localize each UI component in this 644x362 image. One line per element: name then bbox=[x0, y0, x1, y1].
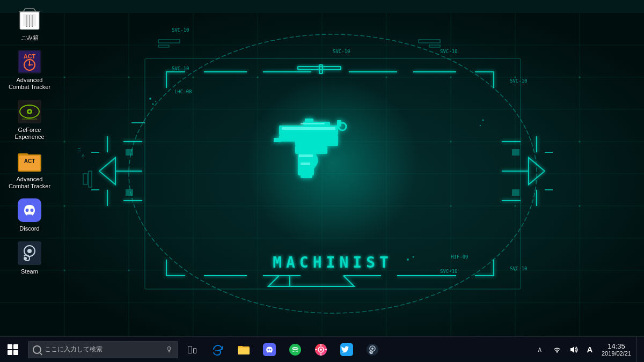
system-tray: ∧ A bbox=[532, 337, 644, 363]
svg-point-23 bbox=[386, 77, 387, 78]
taskbar-steam[interactable] bbox=[360, 337, 385, 363]
folder-icon bbox=[237, 343, 250, 356]
clock-date: 2019/02/21 bbox=[602, 350, 631, 357]
discord-taskbar-icon bbox=[263, 343, 276, 356]
svg-point-35 bbox=[579, 205, 581, 207]
taskbar-edge[interactable] bbox=[205, 337, 231, 363]
svg-point-126 bbox=[28, 64, 31, 66]
svg-point-21 bbox=[193, 77, 194, 78]
search-placeholder-text: ここに入力して検索 bbox=[45, 345, 166, 354]
taskbar: ここに入力して検索 🎙 bbox=[0, 336, 644, 362]
svg-rect-95 bbox=[282, 127, 335, 130]
svg-rect-89 bbox=[274, 138, 281, 142]
ime-indicator[interactable]: A bbox=[583, 337, 596, 363]
svg-point-101 bbox=[152, 104, 154, 105]
svg-rect-85 bbox=[295, 135, 338, 146]
svg-point-32 bbox=[64, 205, 65, 207]
svg-rect-69 bbox=[513, 150, 519, 155]
task-view-icon bbox=[188, 346, 196, 353]
svg-marker-114 bbox=[23, 9, 36, 12]
svg-text:LHC-08: LHC-08 bbox=[174, 89, 192, 94]
clock-display[interactable]: 14:35 2019/02/21 bbox=[597, 337, 635, 363]
svg-text:ACT: ACT bbox=[24, 158, 35, 164]
desktop-icons-area: ごみ箱 ACT Advanced Combat Tracker bbox=[0, 0, 59, 333]
taskbar-twitter[interactable] bbox=[334, 337, 360, 363]
taskbar-file-explorer[interactable] bbox=[231, 337, 257, 363]
svg-text:SVC-10: SVC-10 bbox=[333, 49, 350, 54]
geforce-experience-icon[interactable]: GeForce Experience bbox=[5, 97, 54, 143]
advanced-combat-tracker-1-icon[interactable]: ACT Advanced Combat Tracker bbox=[5, 47, 54, 93]
svg-point-20 bbox=[128, 77, 130, 78]
svg-rect-86 bbox=[295, 146, 327, 154]
svg-point-36 bbox=[64, 270, 65, 271]
steam-taskbar-icon bbox=[366, 343, 379, 356]
svg-text:SVC-10: SVC-10 bbox=[510, 266, 528, 271]
volume-icon[interactable] bbox=[566, 337, 582, 363]
svg-text:SVC-10: SVC-10 bbox=[510, 78, 528, 84]
svg-point-33 bbox=[450, 205, 452, 207]
show-desktop-button[interactable] bbox=[636, 337, 642, 363]
svg-point-34 bbox=[515, 205, 516, 207]
svg-point-144 bbox=[24, 257, 27, 260]
svg-text:MACHINIST: MACHINIST bbox=[273, 254, 393, 271]
network-icon[interactable] bbox=[549, 337, 565, 363]
svg-point-22 bbox=[257, 77, 259, 78]
svg-point-154 bbox=[320, 349, 322, 351]
svg-rect-91 bbox=[305, 119, 313, 123]
svg-text:SVC-10: SVC-10 bbox=[440, 269, 458, 274]
svg-rect-97 bbox=[301, 162, 310, 165]
svg-point-163 bbox=[370, 351, 372, 353]
svg-text:ACT: ACT bbox=[24, 53, 36, 60]
svg-text:ニ: ニ bbox=[77, 147, 82, 152]
search-bar[interactable]: ここに入力して検索 🎙 bbox=[28, 341, 178, 358]
twitter-icon bbox=[340, 343, 353, 356]
itunes-icon bbox=[314, 343, 327, 356]
taskbar-discord[interactable] bbox=[257, 337, 282, 363]
svg-point-143 bbox=[27, 249, 32, 253]
svg-point-26 bbox=[579, 77, 581, 78]
chevron-up-icon: ∧ bbox=[537, 345, 543, 353]
svg-point-82 bbox=[247, 77, 419, 249]
start-button[interactable] bbox=[0, 337, 26, 363]
svg-point-105 bbox=[482, 120, 484, 121]
svg-rect-61 bbox=[126, 190, 133, 195]
svg-rect-98 bbox=[299, 154, 313, 157]
tray-overflow-button[interactable]: ∧ bbox=[532, 337, 548, 363]
search-icon bbox=[33, 345, 41, 354]
discord-desktop-icon[interactable]: Discord bbox=[5, 195, 54, 234]
spotify-icon bbox=[289, 343, 302, 356]
svg-point-19 bbox=[64, 77, 65, 78]
speaker-icon bbox=[570, 345, 579, 354]
svg-rect-60 bbox=[126, 150, 133, 155]
svg-rect-70 bbox=[513, 190, 519, 195]
svg-text:SVC-10: SVC-10 bbox=[440, 49, 458, 54]
svg-point-102 bbox=[155, 101, 156, 102]
svg-point-104 bbox=[413, 256, 414, 258]
svg-point-24 bbox=[450, 77, 452, 78]
svg-text:SVC-10: SVC-10 bbox=[172, 66, 189, 71]
svg-point-27 bbox=[64, 141, 65, 143]
svg-text:HIF-09: HIF-09 bbox=[451, 254, 469, 260]
advanced-combat-tracker-2-icon[interactable]: ACT Advanced Combat Tracker bbox=[5, 146, 54, 192]
svg-marker-165 bbox=[570, 346, 574, 353]
taskbar-pinned-apps bbox=[205, 337, 385, 363]
svg-rect-147 bbox=[238, 348, 250, 354]
svg-text:△: △ bbox=[82, 152, 85, 158]
recycle-bin-icon[interactable]: ごみ箱 bbox=[5, 4, 54, 43]
task-view-button[interactable] bbox=[181, 337, 203, 363]
wifi-icon bbox=[553, 345, 561, 354]
svg-text:SVC-10: SVC-10 bbox=[172, 27, 189, 33]
steam-desktop-icon[interactable]: Steam bbox=[5, 238, 54, 277]
svg-point-106 bbox=[480, 125, 481, 126]
svg-point-149 bbox=[268, 349, 269, 350]
svg-point-150 bbox=[270, 349, 272, 350]
svg-point-140 bbox=[31, 209, 33, 212]
svg-rect-88 bbox=[279, 135, 296, 142]
svg-point-164 bbox=[556, 351, 558, 352]
svg-point-100 bbox=[149, 98, 151, 100]
svg-point-162 bbox=[371, 348, 374, 350]
svg-point-139 bbox=[26, 209, 28, 212]
taskbar-spotify[interactable] bbox=[282, 337, 308, 363]
taskbar-itunes[interactable] bbox=[308, 337, 334, 363]
windows-logo-icon bbox=[8, 344, 18, 355]
